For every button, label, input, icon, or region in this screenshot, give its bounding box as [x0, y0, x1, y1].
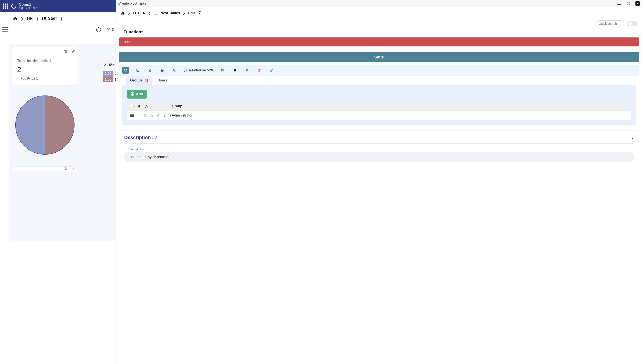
column-group[interactable]: Group [172, 104, 182, 108]
app-header: Comp1 10:49:37 [0, 0, 116, 12]
side-header: Ma [109, 63, 115, 68]
breadcrumb: ❯ HR ❯ Staff ❯ [9, 16, 116, 25]
minimize-button[interactable] [617, 1, 621, 6]
date-prev-button[interactable]: ← [96, 28, 101, 32]
drag-handle-icon[interactable] [130, 114, 134, 117]
delete-card-button[interactable] [64, 167, 68, 171]
company-name: Comp1 [19, 2, 38, 7]
card-peek [12, 166, 78, 171]
select-all-checkbox[interactable] [130, 105, 134, 108]
header-clock: 10:49:37 [19, 7, 38, 10]
side-data-strip: Ma 1.00 J 1.00 G [103, 62, 116, 83]
menu-hamburger-icon[interactable] [2, 27, 8, 32]
save-button[interactable]: Save [119, 52, 639, 62]
breadcrumb-hr[interactable]: HR [27, 16, 33, 21]
chevron-right-icon: ❯ [183, 12, 185, 15]
link-icon [184, 68, 187, 72]
breadcrumb-pivot-label: Pivot Tables [160, 11, 180, 15]
camera-button[interactable] [244, 67, 250, 74]
svg-point-0 [12, 4, 16, 8]
functions-heading: Functions [116, 28, 642, 38]
row-id: 1 (4) [164, 114, 171, 118]
breadcrumb-edit[interactable]: Edit [188, 11, 195, 15]
breadcrumb-other[interactable]: OTHER [133, 11, 146, 15]
tab-groups-label: Groups [130, 78, 143, 82]
description-title: Description #7 [124, 135, 158, 140]
value-chip: 1.00 [103, 71, 113, 77]
new-button[interactable] [135, 67, 141, 74]
breadcrumb-staff[interactable]: Staff [42, 16, 57, 21]
delete-button[interactable] [256, 67, 263, 74]
row-checkbox[interactable] [137, 114, 140, 117]
tab-users[interactable]: Users [154, 76, 171, 85]
apps-grid-icon[interactable] [3, 4, 8, 9]
tab-groups-count: [1] [144, 78, 148, 82]
copy-button[interactable] [147, 67, 153, 74]
stat-title: Total for the period [17, 59, 73, 63]
breadcrumb: ❯ OTHER ❯ Pivot Tables ❯ Edit 7 [116, 7, 642, 19]
fullscreen-button[interactable] [626, 1, 630, 6]
delete-card-button[interactable] [64, 49, 68, 54]
settings-button[interactable] [268, 67, 275, 74]
tab-groups[interactable]: Groups [1] [126, 76, 152, 85]
row-delete-icon[interactable] [143, 114, 147, 117]
tabs: Groups [1] Users [122, 76, 636, 85]
tab-users-label: Users [158, 78, 167, 82]
row-edit-icon[interactable] [156, 114, 160, 117]
svg-rect-5 [234, 69, 236, 72]
home-icon[interactable] [13, 16, 17, 21]
record-toolbar: Related records [119, 65, 639, 76]
logo[interactable]: Comp1 10:49:37 [11, 2, 38, 10]
refresh-button[interactable] [122, 67, 129, 74]
dashboard-area: Total for the period 2 ↑ +50% (1) 1 [9, 44, 116, 241]
row-copy-icon[interactable] [150, 114, 153, 117]
chevron-right-icon: ❯ [36, 17, 39, 20]
background-app: Comp1 10:49:37 ❯ HR ❯ Staff ❯ ← 01.0 [0, 0, 116, 364]
tab-groups-body: Add Group [122, 85, 636, 125]
create-pivot-panel: Create pivot Table ✕ ❯ OTHER ❯ Pivot Tab… [116, 0, 642, 364]
print-button[interactable] [159, 67, 166, 74]
svg-rect-3 [162, 70, 163, 72]
chevron-right-icon: ❯ [21, 17, 24, 20]
svg-rect-9 [151, 115, 153, 116]
file-x-icon[interactable] [103, 63, 107, 67]
panel-title: Create pivot Table [118, 2, 147, 6]
date-input[interactable]: 01.0 [104, 26, 116, 34]
breadcrumb-staff-label: Staff [48, 16, 57, 21]
alert-text: Test [123, 40, 130, 44]
breadcrumb-pivot-tables[interactable]: Pivot Tables [154, 11, 180, 15]
email-button[interactable] [171, 67, 178, 74]
checklist-button[interactable] [219, 67, 226, 74]
svg-rect-4 [173, 69, 176, 71]
svg-rect-2 [150, 70, 151, 72]
save-button-label: Save [374, 55, 384, 59]
add-button[interactable]: Add [127, 90, 147, 98]
quick-search-input[interactable] [595, 20, 624, 27]
edit-card-button[interactable] [71, 167, 75, 171]
related-records-button[interactable]: Related records [184, 68, 214, 72]
logo-swirl-icon [11, 3, 17, 9]
description-input[interactable] [124, 152, 634, 162]
alert-banner[interactable]: Test [119, 38, 639, 46]
groups-grid: Group 1 (4) Administrator [127, 102, 631, 120]
stat-card: Total for the period 2 ↑ +50% (1) 1 [12, 47, 78, 86]
archive-button[interactable] [232, 67, 238, 74]
arrow-up-icon: ↑ [17, 76, 19, 80]
chevron-right-icon: ❯ [60, 17, 63, 20]
trash-icon[interactable] [137, 104, 141, 108]
stat-delta-text: +50% (1) 1 [21, 76, 38, 80]
pie-chart [14, 93, 76, 157]
list-icon [154, 12, 158, 15]
chevron-right-icon: ❯ [149, 12, 151, 15]
collapse-button[interactable]: ⌄ [631, 136, 634, 140]
view-toggle[interactable] [627, 21, 637, 26]
recycle-icon[interactable] [145, 104, 149, 108]
home-icon[interactable] [121, 11, 125, 15]
row-group-name[interactable]: Administrator [172, 114, 192, 118]
stat-delta: ↑ +50% (1) 1 [17, 76, 73, 80]
edit-card-button[interactable] [71, 49, 75, 54]
description-field-label: *Description [128, 148, 634, 151]
close-button[interactable]: ✕ [635, 1, 640, 6]
plus-square-icon [131, 92, 134, 96]
svg-point-7 [247, 70, 248, 71]
